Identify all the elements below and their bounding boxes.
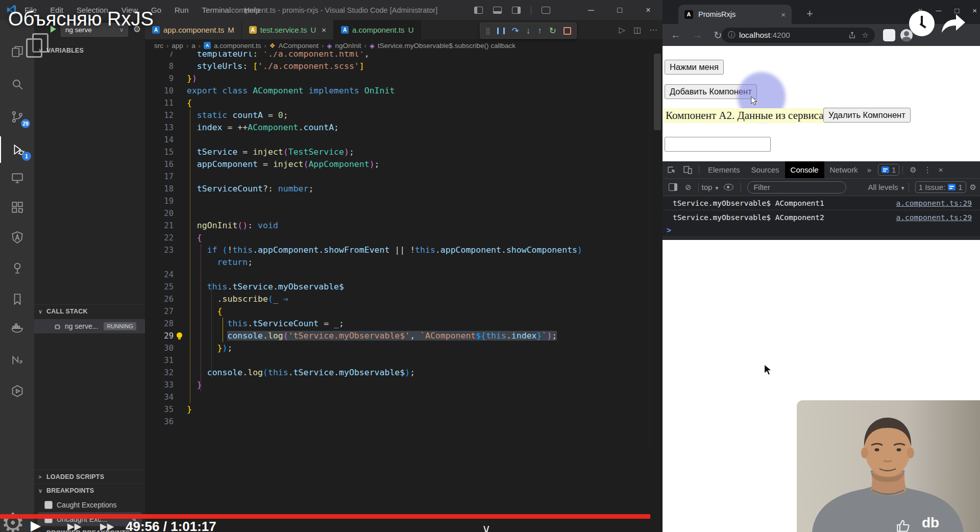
code-editor[interactable]: 7 templateUrl: './a.component.html',8 st…: [145, 52, 650, 450]
angular-extension-icon[interactable]: [0, 224, 34, 251]
console-settings-gear-icon[interactable]: ⚙: [970, 183, 976, 192]
editor-scrollbar[interactable]: [650, 52, 663, 450]
breadcrumb-item[interactable]: AComponent: [278, 42, 318, 50]
skip-forward-icon[interactable]: ▶▶: [100, 521, 114, 532]
editor-tab-a.component.ts[interactable]: Aa.component.tsU: [334, 20, 421, 39]
editor-tab-app.component.ts[interactable]: Aapp.component.tsM: [145, 20, 242, 39]
tab-elements[interactable]: Elements: [702, 161, 746, 178]
menu-terminal[interactable]: Terminal: [202, 6, 231, 14]
watch-later-clock-icon[interactable]: [909, 11, 935, 36]
menu-run[interactable]: Run: [175, 6, 189, 14]
address-bar[interactable]: ⓘ localhost :4200 ☆: [722, 28, 875, 43]
close-button[interactable]: ×: [972, 6, 977, 15]
hexagon-play-icon[interactable]: [0, 378, 34, 404]
clear-console-icon[interactable]: ⊘: [685, 183, 692, 192]
log-levels-select[interactable]: All levels ▼: [868, 183, 905, 191]
step-into-icon[interactable]: ↓: [526, 27, 531, 35]
remove-component-button[interactable]: Удалить Компонент: [823, 108, 911, 123]
console-source-link[interactable]: a.component.ts:29: [896, 199, 972, 207]
share-arrow-icon[interactable]: [941, 11, 967, 36]
tab-network[interactable]: Network: [824, 161, 864, 178]
call-stack-session-row[interactable]: ng serve... RUNNING: [34, 319, 145, 333]
site-info-icon[interactable]: ⓘ: [728, 31, 735, 40]
devtools-menu-icon[interactable]: ⋮: [924, 165, 932, 175]
collapse-chevron-icon[interactable]: ∨: [482, 522, 491, 532]
extension-icon[interactable]: [883, 29, 895, 41]
tab-sources[interactable]: Sources: [746, 161, 785, 178]
checkbox[interactable]: [44, 501, 53, 509]
customize-layout-icon[interactable]: [542, 7, 550, 14]
breadcrumb-item[interactable]: tService.myObservable$.subscribe() callb…: [378, 42, 516, 50]
breadcrumb-item[interactable]: src: [154, 42, 163, 50]
toggle-secondary-sidebar-icon[interactable]: [512, 7, 521, 14]
scrollbar-thumb[interactable]: [654, 54, 661, 130]
forward-button[interactable]: →: [692, 29, 702, 41]
remote-explorer-icon[interactable]: [0, 164, 34, 191]
step-over-icon[interactable]: ↷: [512, 27, 519, 35]
console-source-link[interactable]: a.component.ts:29: [896, 213, 972, 222]
menu-help[interactable]: Help: [244, 6, 260, 14]
messages-badge[interactable]: 1: [878, 164, 899, 176]
toggle-panel-icon[interactable]: [493, 7, 502, 14]
search-icon[interactable]: [0, 71, 34, 98]
lightbulb-icon[interactable]: [177, 332, 182, 338]
run-and-debug-icon[interactable]: 1: [0, 136, 35, 163]
back-button[interactable]: ←: [671, 29, 681, 41]
bookmark-star-icon[interactable]: ☆: [862, 31, 869, 40]
player-settings-gear-icon[interactable]: ⚙: [1, 510, 25, 532]
issues-badge[interactable]: 1 Issue: 1: [915, 181, 966, 193]
play-icon[interactable]: ▶: [31, 518, 41, 532]
pause-icon[interactable]: [497, 28, 505, 34]
step-out-icon[interactable]: ↑: [537, 27, 542, 35]
breakpoints-section-header[interactable]: ∨ BREAKPOINTS: [34, 483, 145, 497]
breadcrumb-item[interactable]: a: [191, 42, 195, 50]
new-tab-button[interactable]: +: [806, 7, 813, 20]
tab-console[interactable]: Console: [785, 161, 824, 178]
tab-close-icon[interactable]: ×: [781, 10, 786, 19]
maximize-button[interactable]: □: [605, 0, 634, 20]
settings-gear-icon[interactable]: ⚙: [910, 165, 916, 175]
share-icon[interactable]: [848, 32, 856, 39]
bookmarks-icon[interactable]: [0, 286, 34, 312]
extensions-icon[interactable]: [0, 194, 34, 221]
close-button[interactable]: ×: [634, 0, 663, 20]
call-stack-section-header[interactable]: ∨ CALL STACK: [34, 304, 145, 318]
split-editor-icon[interactable]: ◫: [633, 25, 641, 35]
reload-button[interactable]: ↻: [714, 29, 722, 41]
variables-section-header[interactable]: ∨ VARIABLES: [34, 43, 145, 57]
docker-icon[interactable]: [0, 314, 34, 341]
profile-avatar[interactable]: [900, 29, 913, 41]
context-selector[interactable]: top ▼: [702, 183, 720, 191]
minimize-button[interactable]: ─: [577, 0, 605, 20]
console-prompt[interactable]: >: [663, 224, 980, 236]
more-tabs-icon[interactable]: »: [867, 165, 871, 174]
tab-close-icon[interactable]: ×: [322, 26, 326, 34]
drag-grip-icon[interactable]: ⣿: [485, 27, 490, 35]
stop-icon[interactable]: [564, 27, 571, 35]
console-sidebar-icon[interactable]: [669, 183, 677, 191]
click-me-button[interactable]: Нажми меня: [665, 60, 724, 75]
skip-back-icon[interactable]: ▶▶: [67, 521, 82, 532]
live-expression-eye-icon[interactable]: [724, 184, 733, 190]
device-toolbar-icon[interactable]: [683, 165, 692, 174]
editor-tab-test.service.ts[interactable]: Atest.service.tsU×: [242, 20, 334, 39]
run-or-debug-icon[interactable]: ▷: [619, 25, 625, 35]
nx-console-icon[interactable]: [0, 347, 34, 374]
source-control-icon[interactable]: 29: [0, 104, 34, 130]
devtools-close-icon[interactable]: ×: [939, 165, 943, 174]
console-filter-input[interactable]: [747, 181, 846, 194]
toggle-sidebar-icon[interactable]: [474, 7, 483, 14]
breadcrumb-item[interactable]: ngOnInit: [335, 42, 361, 50]
component-input[interactable]: [665, 137, 771, 152]
inspect-icon[interactable]: [668, 165, 676, 174]
breadcrumb-item[interactable]: app: [172, 42, 183, 50]
testing-tree-icon[interactable]: [0, 255, 34, 281]
video-progress-bar[interactable]: [0, 514, 650, 519]
loaded-scripts-section-header[interactable]: > LOADED SCRIPTS: [34, 470, 145, 483]
more-actions-icon[interactable]: ⋯: [649, 25, 657, 35]
restart-icon[interactable]: ↻: [549, 27, 556, 35]
breakpoint-caught-exceptions[interactable]: Caught Exceptions: [37, 498, 142, 512]
breadcrumb-item[interactable]: a.component.ts: [214, 42, 261, 50]
browser-tab[interactable]: A PromisRxjs ×: [678, 5, 792, 24]
thumbs-up-icon[interactable]: [896, 519, 911, 532]
